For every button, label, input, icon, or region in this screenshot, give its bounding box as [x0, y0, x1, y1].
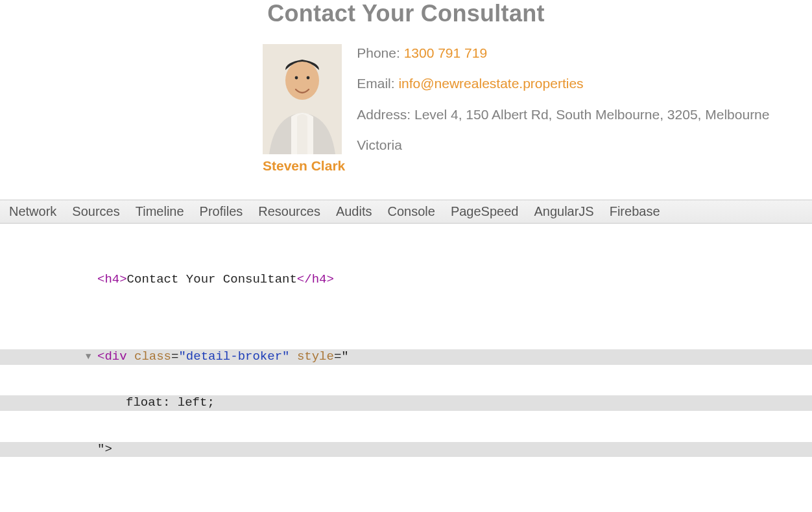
page-title: Contact Your Consultant	[0, 0, 812, 27]
tab-firebase[interactable]: Firebase	[610, 204, 660, 219]
svg-point-1	[285, 61, 319, 100]
tab-console[interactable]: Console	[387, 204, 435, 219]
expand-arrow-down-icon[interactable]: ▼	[86, 351, 91, 363]
consultant-photo	[263, 44, 342, 154]
address-row-2: Victoria	[357, 136, 769, 154]
tab-network[interactable]: Network	[9, 204, 56, 219]
phone-label: Phone:	[357, 45, 403, 60]
consultant-info: Phone: 1300 791 719 Email: info@newreale…	[357, 44, 769, 154]
broker-name: Steven Clark	[263, 158, 345, 174]
page-content: Contact Your Consultant Steven Clark	[0, 0, 812, 200]
phone-link[interactable]: 1300 791 719	[404, 45, 487, 60]
code-line[interactable]: ">	[0, 442, 812, 458]
phone-row: Phone: 1300 791 719	[357, 44, 769, 62]
address-label: Address:	[357, 107, 414, 122]
code-line[interactable]: float: left;	[0, 395, 812, 411]
elements-tree[interactable]: <h4>Contact Your Consultant</h4> ▼<div c…	[0, 224, 812, 512]
tab-sources[interactable]: Sources	[72, 204, 119, 219]
tab-pagespeed[interactable]: PageSpeed	[451, 204, 519, 219]
svg-point-2	[295, 76, 298, 80]
code-line[interactable]: <h4>Contact Your Consultant</h4>	[0, 272, 812, 288]
devtools-tabs: Network Sources Timeline Profiles Resour…	[0, 200, 812, 224]
avatar-column: Steven Clark	[263, 44, 345, 174]
svg-point-3	[307, 76, 310, 80]
tab-resources[interactable]: Resources	[258, 204, 320, 219]
email-link[interactable]: info@newrealestate.properties	[398, 76, 583, 91]
email-label: Email:	[357, 76, 398, 91]
address-row: Address: Level 4, 150 Albert Rd, South M…	[357, 106, 769, 123]
code-line-selected[interactable]: ▼<div class="detail-broker" style="	[0, 349, 812, 365]
consultant-block: Steven Clark Phone: 1300 791 719 Email: …	[263, 44, 812, 174]
address-line2: Victoria	[357, 137, 402, 152]
tab-audits[interactable]: Audits	[336, 204, 372, 219]
email-row: Email: info@newrealestate.properties	[357, 75, 769, 92]
address-line1: Level 4, 150 Albert Rd, South Melbourne,…	[414, 107, 770, 122]
tab-angularjs[interactable]: AngularJS	[534, 204, 593, 219]
devtools-panel: Network Sources Timeline Profiles Resour…	[0, 200, 812, 512]
tab-profiles[interactable]: Profiles	[200, 204, 243, 219]
tab-timeline[interactable]: Timeline	[136, 204, 184, 219]
